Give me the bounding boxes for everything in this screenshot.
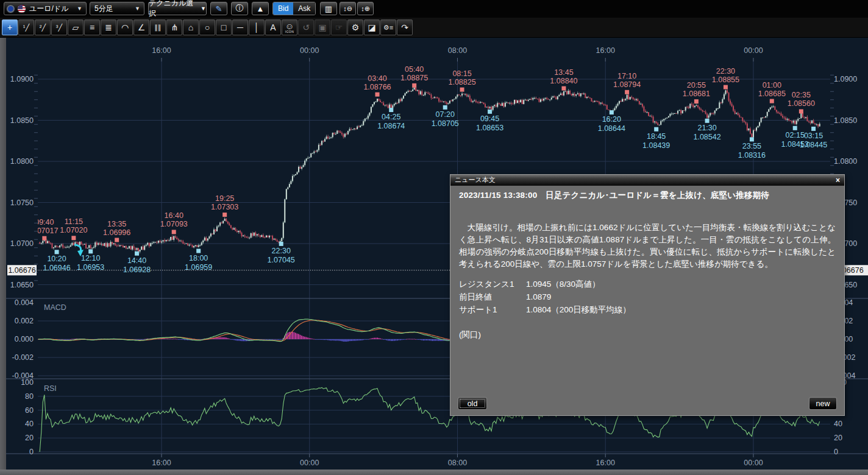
zoom-in-icon: ↕⊕ xyxy=(361,5,370,13)
info-icon: ⓘ xyxy=(236,3,244,14)
arc-tool-button[interactable]: ◠ xyxy=(117,19,133,35)
table-row: 前日終値 1.0879 xyxy=(459,290,836,303)
price-axis-label-right: 1.0850 xyxy=(834,116,857,125)
high-annotation-time: 01:00 xyxy=(763,81,781,90)
chevron-down-icon: ▼ xyxy=(201,5,206,12)
high-annotation-time: 13:35 xyxy=(107,220,126,228)
low-marker xyxy=(55,250,59,254)
high-annotation-time: 11:15 xyxy=(65,217,83,226)
level-label: レジスタンス1 xyxy=(459,278,526,290)
parallel-lines-tool-button[interactable]: ≡ xyxy=(84,19,100,35)
mountain-icon: ▲ xyxy=(257,4,265,13)
eu-flag-icon xyxy=(6,4,15,13)
crosshair-tool-button[interactable]: + xyxy=(2,19,18,35)
draw-pencil-button[interactable]: ✎ xyxy=(210,2,227,15)
trendline1-tool-icon: ¹╱ xyxy=(23,23,29,32)
vertical-line-tool-button[interactable]: │ xyxy=(249,19,265,35)
chart-type-button[interactable]: ▥ xyxy=(320,2,337,15)
high-annotation-time: 17:10 xyxy=(617,72,636,80)
low-annotation-price: 1.08653 xyxy=(476,124,503,132)
news-body: 2023/11/15 13:38:00 日足テクニカル･ユーロドル＝雲を上抜け、… xyxy=(450,185,844,415)
price-axis-label-right: 1.0800 xyxy=(834,157,857,166)
icon-stamp-tool-button[interactable]: ☺ICON xyxy=(282,19,297,35)
window-frame-left xyxy=(0,38,6,470)
low-annotation-time: 02:15 xyxy=(786,131,805,139)
close-icon[interactable]: × xyxy=(836,177,840,184)
vertical-grid-tool-icon: ∥∥ xyxy=(155,23,162,32)
magnet-tool-icon: ↷ xyxy=(401,23,408,32)
low-annotation-price: 1.07045 xyxy=(268,256,295,264)
ask-toggle-button[interactable]: Ask xyxy=(293,2,315,15)
rsi-axis-label-left: 100 xyxy=(21,378,34,387)
high-marker xyxy=(799,109,803,113)
crosshair-tool-icon: + xyxy=(7,23,12,32)
ruler-tool-button[interactable]: ▱ xyxy=(68,19,84,35)
window-frame-bottom[interactable] xyxy=(0,470,868,475)
multi-lines-tool-icon: ≣ xyxy=(105,23,112,32)
parallel-lines-tool-icon: ≡ xyxy=(90,23,94,32)
rsi-axis-label-left: 60 xyxy=(25,406,34,415)
area-chart-button[interactable]: ▲ xyxy=(252,2,269,15)
trendline3-tool-button[interactable]: ³╱ xyxy=(51,19,67,35)
multi-lines-tool-button[interactable]: ≣ xyxy=(101,19,116,35)
high-marker xyxy=(625,90,629,94)
info-button[interactable]: ⓘ xyxy=(231,2,248,15)
rsi-axis-label-left: 0 xyxy=(29,448,34,456)
high-annotation-price: 1.08840 xyxy=(550,77,577,85)
table-row: サポート1 1.0804（200日移動平均線） xyxy=(459,303,836,316)
low-annotation-price: 1.08705 xyxy=(432,119,459,128)
high-annotation-price: 1.08794 xyxy=(613,80,641,89)
trendline1-tool-button[interactable]: ¹╱ xyxy=(18,19,34,35)
low-annotation-price: 1.08644 xyxy=(598,124,625,133)
pentagon-tool-icon: ⌂ xyxy=(188,23,193,32)
low-annotation-price: 1.08445 xyxy=(800,141,827,149)
low-annotation-price: 1.08439 xyxy=(642,141,670,150)
table-row: レジスタンス1 1.0945（8/30高値） xyxy=(459,278,836,290)
low-annotation-price: 1.08316 xyxy=(738,151,766,160)
high-marker xyxy=(71,236,76,240)
high-marker xyxy=(561,86,566,91)
news-signoff: (関口) xyxy=(459,329,836,340)
time-axis-label: 00:00 xyxy=(744,46,763,55)
history-tool-button: ↺ xyxy=(298,19,314,35)
pentagon-tool-button[interactable]: ⌂ xyxy=(183,19,199,35)
high-marker xyxy=(172,230,176,234)
eraser-tool-button[interactable]: ◪ xyxy=(364,19,380,35)
ellipse-tool-button[interactable]: ○ xyxy=(199,19,215,35)
ruler-tool-icon: ▱ xyxy=(73,23,79,32)
news-window-titlebar[interactable]: ニュース本文 × xyxy=(450,175,844,186)
magnet-tool-button[interactable]: ↷ xyxy=(397,19,413,35)
vertical-grid-tool-button[interactable]: ∥∥ xyxy=(150,19,166,35)
old-news-button[interactable]: old xyxy=(458,397,487,410)
horizontal-line-tool-button[interactable]: ─ xyxy=(232,19,248,35)
high-annotation-price: 1.08825 xyxy=(448,78,475,86)
zoom-in-button[interactable]: ↕⊕ xyxy=(357,2,374,15)
high-annotation-time: 20:55 xyxy=(687,81,706,90)
news-window-title: ニュース本文 xyxy=(455,175,496,185)
technical-select-button[interactable]: テクニカル選択 ▼ xyxy=(148,2,207,15)
ellipse-tool-icon: ○ xyxy=(205,23,210,32)
chevron-down-icon: ▼ xyxy=(135,5,140,12)
high-annotation-time: 05:40 xyxy=(405,65,424,74)
low-marker xyxy=(793,126,797,130)
timeframe-select[interactable]: 5分足 ▼ xyxy=(90,2,144,15)
speed-lines-tool-button[interactable]: ⋔ xyxy=(166,19,182,35)
zoom-out-button[interactable]: ↕⊖ xyxy=(340,2,356,15)
currency-pair-select[interactable]: ユーロ/ドル ▼ xyxy=(4,2,87,15)
fan-lines-tool-button[interactable]: ∠ xyxy=(133,19,149,35)
settings-tool-button[interactable]: ⚙≡ xyxy=(380,19,396,35)
text-tool-button[interactable]: A xyxy=(265,19,281,35)
copy-tool-button: ▣ xyxy=(315,19,330,35)
wrench-tool-button[interactable]: ⚙ xyxy=(347,19,363,35)
main-toolbar: ユーロ/ドル ▼ 5分足 ▼ テクニカル選択 ▼ ✎ ⓘ ▲ Bid Ask ▥… xyxy=(0,0,868,18)
new-news-button[interactable]: new xyxy=(809,397,837,410)
high-marker xyxy=(770,99,774,104)
bid-toggle-button[interactable]: Bid xyxy=(273,2,293,15)
rsi-axis-label-left: 80 xyxy=(25,392,34,401)
low-annotation-time: 09:45 xyxy=(480,114,499,123)
high-marker xyxy=(724,85,728,90)
rectangle-tool-button[interactable]: □ xyxy=(216,19,232,35)
trendline2-tool-button[interactable]: ²╱ xyxy=(35,19,51,35)
macd-axis-label-left: -0.002 xyxy=(12,353,34,362)
rsi-axis-label-left: 20 xyxy=(25,434,34,442)
